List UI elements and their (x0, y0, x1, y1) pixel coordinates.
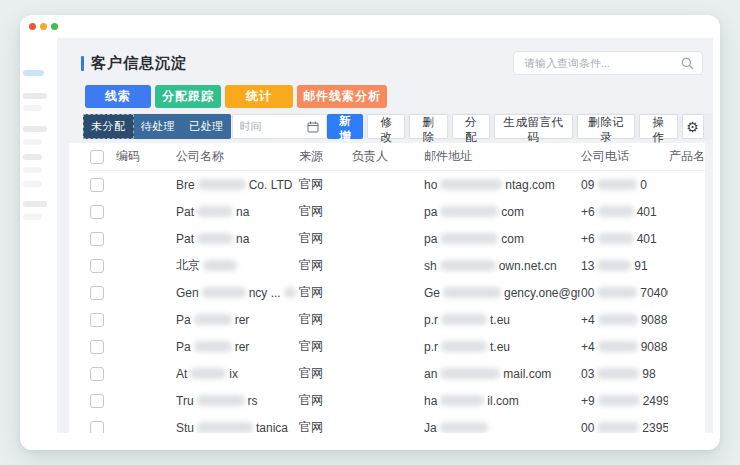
nav-button-stats[interactable]: 统计 (225, 85, 293, 108)
action-button-delete[interactable]: 删除 (409, 114, 447, 139)
cell-code (115, 252, 175, 279)
search-icon[interactable] (681, 57, 694, 70)
cell-owner (351, 306, 423, 333)
sidebar-skeleton-item[interactable] (23, 70, 44, 76)
table-row[interactable]: Patna官网pacom+6401 (89, 198, 705, 225)
action-button-edit[interactable]: 修改 (367, 114, 405, 139)
cell-product (668, 279, 705, 306)
action-button-delete-records[interactable]: 删除记录 (577, 114, 636, 139)
redacted-text (598, 233, 634, 244)
table-row[interactable]: Trurs官网hail.com+92499 (89, 387, 705, 414)
table-row[interactable]: Parer官网p.rt.eu+49088 (89, 306, 705, 333)
select-all-checkbox[interactable] (90, 150, 104, 164)
nav-button-email-leads-analysis[interactable]: 邮件线索分析 (297, 85, 387, 108)
cell-product (668, 360, 705, 387)
search-box[interactable] (513, 51, 703, 75)
cell-code (115, 306, 175, 333)
cell-phone: 1391 (580, 252, 668, 279)
module-buttons: 线索分配跟踪统计邮件线索分析 (85, 85, 703, 108)
status-tabs: 未分配待处理已处理 (83, 114, 231, 139)
sidebar-skeleton-item[interactable] (23, 167, 42, 173)
cell-code (115, 279, 175, 306)
row-checkbox[interactable] (90, 205, 104, 219)
cell-email: pacom (423, 225, 580, 252)
cell-source: 官网 (298, 225, 351, 252)
cell-phone: 0070400 (580, 279, 668, 306)
redacted-text (598, 314, 638, 325)
cell-owner (351, 333, 423, 360)
cell-text: rer (235, 313, 250, 327)
table-row[interactable]: Atix官网anmail.com0398 (89, 360, 705, 387)
calendar-icon[interactable] (307, 121, 319, 133)
row-checkbox[interactable] (90, 340, 104, 354)
checkbox-cell (89, 252, 115, 279)
sidebar (20, 38, 57, 450)
cell-text: 03 (581, 367, 594, 381)
row-checkbox[interactable] (90, 421, 104, 433)
sidebar-skeleton-item[interactable] (23, 126, 47, 132)
sidebar-skeleton-item[interactable] (23, 154, 42, 160)
redacted-text (440, 206, 498, 217)
cell-owner (351, 171, 423, 199)
cell-source: 官网 (298, 252, 351, 279)
row-checkbox[interactable] (90, 232, 104, 246)
action-button-assign[interactable]: 分配 (452, 114, 490, 139)
cell-text: sh (424, 259, 437, 273)
table-row[interactable]: Stutanica官网Ja0023953 (89, 414, 705, 433)
cell-phone: 0398 (580, 360, 668, 387)
row-checkbox[interactable] (90, 313, 104, 327)
row-checkbox[interactable] (90, 178, 104, 192)
sidebar-skeleton-item[interactable] (23, 139, 42, 145)
action-button-add[interactable]: 新增 (327, 114, 363, 139)
cell-product (668, 414, 705, 433)
sidebar-skeleton-item[interactable] (23, 105, 42, 111)
table-row[interactable]: BreCo. LTD官网hontag.com090 (89, 171, 705, 199)
table-row[interactable]: 北京官网shown.net.cn1391 (89, 252, 705, 279)
traffic-light-minimize-icon[interactable] (40, 23, 47, 30)
cell-text: Tru (176, 394, 194, 408)
redacted-text (597, 422, 639, 433)
row-checkbox[interactable] (90, 367, 104, 381)
cell-text: ntag.com (505, 178, 554, 192)
cell-email: Gegency.one@gmail.com (423, 279, 580, 306)
sidebar-skeleton-item[interactable] (23, 93, 47, 99)
action-buttons: 新增修改删除分配生成留言代码删除记录操作⚙ (327, 114, 704, 139)
cell-product (668, 171, 705, 199)
page-title: 客户信息沉淀 (81, 54, 187, 73)
cell-company: Patna (175, 225, 298, 252)
cell-company: Stutanica (175, 414, 298, 433)
filter-tab-processed[interactable]: 已处理 (182, 114, 231, 139)
redacted-text (197, 206, 233, 217)
row-checkbox[interactable] (90, 259, 104, 273)
cell-text: p.r (424, 340, 438, 354)
settings-gear-icon[interactable]: ⚙ (682, 114, 704, 139)
action-button-operations[interactable]: 操作 (639, 114, 677, 139)
traffic-light-close-icon[interactable] (29, 23, 36, 30)
nav-button-leads[interactable]: 线索 (85, 85, 151, 108)
cell-owner (351, 360, 423, 387)
action-button-generate-message-code[interactable]: 生成留言代码 (494, 114, 573, 139)
table-row[interactable]: Genncy ....官网Gegency.one@gmail.com007040… (89, 279, 705, 306)
checkbox-cell (89, 198, 115, 225)
sidebar-skeleton-item[interactable] (23, 181, 42, 187)
sidebar-skeleton-item[interactable] (23, 201, 47, 207)
row-checkbox[interactable] (90, 394, 104, 408)
row-checkbox[interactable] (90, 286, 104, 300)
cell-text: +6 (581, 232, 595, 246)
sidebar-skeleton-item[interactable] (23, 214, 42, 220)
filter-tab-unassigned[interactable]: 未分配 (83, 114, 134, 139)
cell-text: il.com (487, 394, 518, 408)
search-input[interactable] (522, 56, 681, 70)
table-row[interactable]: Parer官网p.rt.eu+49088 (89, 333, 705, 360)
nav-button-assign-track[interactable]: 分配跟踪 (155, 85, 221, 108)
customer-table: 编码公司名称来源负责人邮件地址公司电话产品名称 BreCo. LTD官网hont… (89, 143, 705, 433)
redacted-text (598, 395, 640, 406)
traffic-light-zoom-icon[interactable] (51, 23, 58, 30)
date-filter-input[interactable]: 时间 (232, 114, 327, 139)
cell-code (115, 387, 175, 414)
cell-code (115, 225, 175, 252)
cell-text: gency.one@gmail.com (504, 286, 580, 300)
cell-text: Pat (176, 205, 194, 219)
filter-tab-pending[interactable]: 待处理 (134, 114, 183, 139)
table-row[interactable]: Patna官网pacom+6401 (89, 225, 705, 252)
